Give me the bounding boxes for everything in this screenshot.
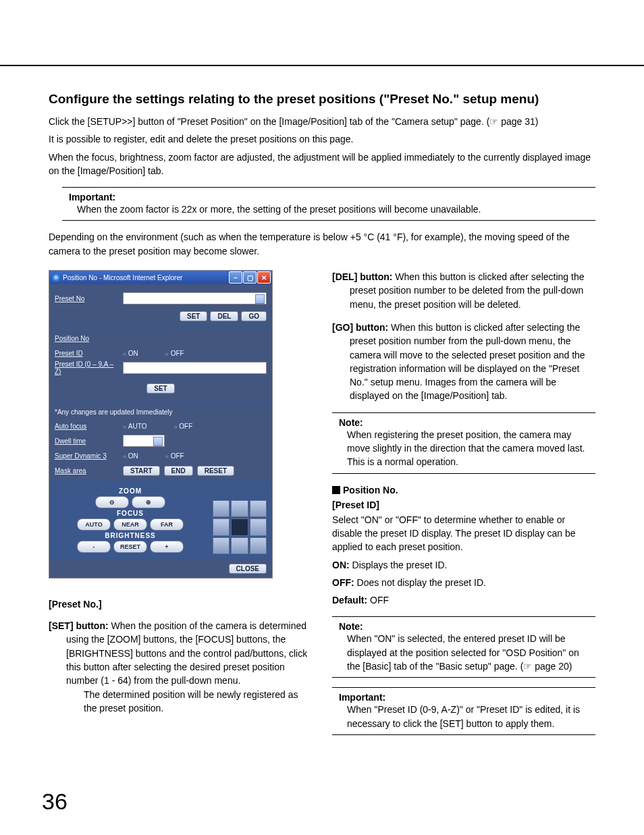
del-button-desc: [DEL] button: When this button is clicke… xyxy=(332,270,595,311)
position-no-section-head: Position No. xyxy=(332,485,595,495)
page-title: Configure the settings relating to the p… xyxy=(49,92,595,107)
important2-text: When "Preset ID (0-9, A-Z)" or "Preset I… xyxy=(339,703,589,730)
brightness-plus-button[interactable]: + xyxy=(150,541,184,553)
close-button[interactable]: CLOSE xyxy=(229,564,267,574)
minimize-button[interactable]: – xyxy=(229,271,242,284)
preset-no-label: Preset No xyxy=(55,295,119,302)
position-no-label: Position No xyxy=(55,335,119,342)
ie-icon xyxy=(52,273,60,281)
window-close-button[interactable]: ✕ xyxy=(257,271,271,284)
set-button[interactable]: SET xyxy=(180,311,207,321)
important-text: When the zoom factor is 22x or more, the… xyxy=(69,203,589,216)
del-button-desc-label: [DEL] button: xyxy=(332,271,392,282)
go-button-desc: [GO] button: When this button is clicked… xyxy=(332,321,595,403)
note1-label: Note: xyxy=(339,417,589,428)
intro-line-1: Click the [SETUP>>] button of "Preset Po… xyxy=(49,115,595,128)
auto-focus-off-radio[interactable]: OFF xyxy=(173,423,192,430)
preset-no-heading: [Preset No.] xyxy=(49,599,312,610)
preset-id-off-line: OFF: Does not display the preset ID. xyxy=(332,576,595,589)
note2-text: When "ON" is selected, the entered prese… xyxy=(339,632,589,673)
focus-far-button[interactable]: FAR xyxy=(150,518,184,531)
ie-window-title: Position No - Microsoft Internet Explore… xyxy=(63,274,229,281)
after-important-text: Depending on the environment (such as wh… xyxy=(49,230,595,258)
important-box-2: Important: When "Preset ID (0-9, A-Z)" o… xyxy=(332,687,595,735)
auto-focus-label: Auto focus xyxy=(55,423,119,430)
preset-id-off-radio[interactable]: OFF xyxy=(165,350,184,357)
sd3-label: Super Dynamic 3 xyxy=(55,452,119,460)
important-label: Important: xyxy=(69,192,589,203)
go-button-desc-label: [GO] button: xyxy=(332,322,388,333)
intro-line-3: When the focus, brightness, zoom factor … xyxy=(49,151,595,178)
zoom-in-button[interactable]: ⊕ xyxy=(132,496,165,508)
mask-start-button[interactable]: START xyxy=(123,466,160,476)
zoom-title: ZOOM xyxy=(55,487,206,495)
preset-id-default-line: Default: OFF xyxy=(332,593,595,607)
ie-window: Position No - Microsoft Internet Explore… xyxy=(49,270,273,578)
control-pad[interactable] xyxy=(213,500,267,554)
maximize-button[interactable]: ▢ xyxy=(243,271,257,284)
preset-id-on-line: ON: Displays the preset ID. xyxy=(332,558,595,572)
preset-id-on-radio[interactable]: ON xyxy=(123,350,138,357)
preset-id-range-label: Preset ID (0 – 9,A – Z) xyxy=(55,360,119,375)
set2-button[interactable]: SET xyxy=(146,383,174,394)
important-box-1: Important: When the zoom factor is 22x o… xyxy=(62,187,595,221)
focus-auto-button[interactable]: AUTO xyxy=(77,518,111,531)
sd3-on-radio[interactable]: ON xyxy=(123,452,138,460)
preset-id-input[interactable] xyxy=(123,362,267,374)
note-box-2: Note: When "ON" is selected, the entered… xyxy=(332,616,595,678)
note2-label: Note: xyxy=(339,621,589,632)
set-button-desc-cont: The determined position will be newly re… xyxy=(66,688,312,716)
go-button[interactable]: GO xyxy=(241,311,267,321)
focus-near-button[interactable]: NEAR xyxy=(113,518,147,531)
preset-id-text: Select "ON" or "OFF" to determine whethe… xyxy=(332,513,595,554)
mask-area-label: Mask area xyxy=(55,467,119,475)
ie-titlebar: Position No - Microsoft Internet Explore… xyxy=(49,271,272,284)
brightness-reset-button[interactable]: RESET xyxy=(113,541,147,553)
set-button-desc: [SET] button: When the position of the c… xyxy=(49,619,312,715)
preset-id-label: Preset ID xyxy=(55,350,119,357)
note1-text: When registering the preset position, th… xyxy=(339,428,589,469)
set-button-desc-label: [SET] button: xyxy=(49,620,109,631)
preset-no-select[interactable] xyxy=(123,292,267,304)
del-button[interactable]: DEL xyxy=(210,311,238,321)
focus-title: FOCUS xyxy=(55,510,206,517)
mask-end-button[interactable]: END xyxy=(164,466,193,476)
intro-line-2: It is possible to register, edit and del… xyxy=(49,132,595,146)
brightness-minus-button[interactable]: - xyxy=(77,541,111,553)
brightness-title: BRIGHTNESS xyxy=(55,532,206,539)
important2-label: Important: xyxy=(339,692,589,703)
auto-focus-auto-radio[interactable]: AUTO xyxy=(123,423,146,430)
mask-reset-button[interactable]: RESET xyxy=(197,466,234,476)
zoom-out-button[interactable]: ⊖ xyxy=(95,496,129,508)
preset-id-head: [Preset ID] xyxy=(332,500,595,510)
dwell-time-select[interactable] xyxy=(123,435,165,447)
page-number: 36 xyxy=(42,788,68,815)
sd3-off-radio[interactable]: OFF xyxy=(165,452,184,460)
dwell-time-label: Dwell time xyxy=(55,437,119,445)
update-note: *Any changes are updated Immediately xyxy=(55,406,267,419)
note-box-1: Note: When registering the preset positi… xyxy=(332,412,595,474)
